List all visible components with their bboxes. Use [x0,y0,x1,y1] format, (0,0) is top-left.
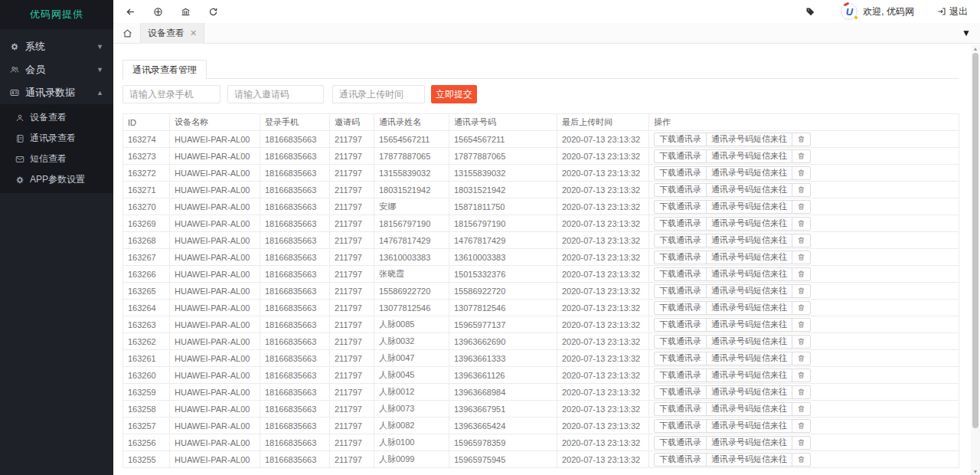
cell-invite-code: 211797 [330,283,374,300]
cell-actions: 下载通讯录 通讯录号码短信来往 [649,367,959,384]
sms-history-button[interactable]: 通讯录号码短信来往 [707,268,792,280]
invite-code-input[interactable] [227,85,324,103]
download-contacts-button[interactable]: 下载通讯录 [655,133,707,146]
trash-icon[interactable] [792,386,810,398]
download-contacts-button[interactable]: 下载通讯录 [655,352,707,365]
trash-icon[interactable] [792,251,810,264]
sms-history-button[interactable]: 通讯录号码短信来往 [707,454,792,466]
trash-icon[interactable] [792,133,810,146]
sidebar-item-members[interactable]: 会员 ▼ [0,58,113,81]
scroll-up-arrow[interactable]: ▲ [971,44,980,52]
table-row: 163259 HUAWEI-PAR-AL00 18166835663 21179… [123,384,959,401]
action-button-group: 下载通讯录 通讯录号码短信来往 [654,385,811,399]
sidebar-item-contact-view[interactable]: 通讯录查看 [0,128,113,149]
table-row: 163260 HUAWEI-PAR-AL00 18166835663 21179… [123,367,959,384]
sms-history-button[interactable]: 通讯录号码短信来往 [707,285,792,297]
scroll-down-arrow[interactable]: ▼ [971,467,980,475]
sms-history-button[interactable]: 通讯录号码短信来往 [707,319,792,331]
sms-history-button[interactable]: 通讯录号码短信来往 [707,437,792,449]
download-contacts-button[interactable]: 下载通讯录 [655,184,707,196]
tab-device-view[interactable]: 设备查看 ✕ [140,23,204,44]
trash-icon[interactable] [792,268,810,280]
sms-history-button[interactable]: 通讯录号码短信来往 [707,302,792,314]
download-contacts-button[interactable]: 下载通讯录 [655,201,707,213]
trash-icon[interactable] [792,420,810,432]
trash-icon[interactable] [792,454,810,466]
scrollbar[interactable]: ▲ ▼ [971,44,980,475]
trash-icon[interactable] [792,336,810,348]
refresh-icon[interactable] [208,7,218,17]
sms-history-button[interactable]: 通讯录号码短信来往 [707,386,792,398]
download-contacts-button[interactable]: 下载通讯录 [655,336,707,348]
sidebar-item-device-view[interactable]: 设备查看 [0,107,113,128]
trash-icon[interactable] [792,285,810,297]
sidebar-item-system[interactable]: 系统 ▼ [0,35,113,58]
sidebar-item-sms-view[interactable]: 短信查看 [0,149,113,169]
download-contacts-button[interactable]: 下载通讯录 [655,150,707,162]
scrollbar-thumb[interactable] [972,53,978,428]
sms-history-button[interactable]: 通讯录号码短信来往 [707,336,792,348]
trash-icon[interactable] [792,201,810,213]
sidebar-item-app-settings[interactable]: APP参数设置 [0,169,113,190]
sms-history-button[interactable]: 通讯录号码短信来往 [707,218,792,230]
trash-icon[interactable] [792,218,810,230]
trash-icon[interactable] [792,403,810,415]
cell-invite-code: 211797 [330,266,374,283]
sms-history-button[interactable]: 通讯录号码短信来往 [707,150,792,162]
cell-contact-name: 人脉0085 [374,316,449,333]
fullscreen-icon[interactable] [153,7,163,17]
sms-history-button[interactable]: 通讯录号码短信来往 [707,234,792,247]
home-building-icon[interactable] [181,7,191,17]
upload-time-input[interactable] [332,85,425,103]
download-contacts-button[interactable]: 下载通讯录 [655,218,707,230]
tag-icon[interactable] [805,7,815,16]
download-contacts-button[interactable]: 下载通讯录 [655,437,707,449]
trash-icon[interactable] [792,302,810,314]
download-contacts-button[interactable]: 下载通讯录 [655,454,707,466]
download-contacts-button[interactable]: 下载通讯录 [655,285,707,297]
download-contacts-button[interactable]: 下载通讯录 [655,302,707,314]
close-icon[interactable]: ✕ [190,28,197,38]
cell-id: 163265 [123,283,170,300]
sms-history-button[interactable]: 通讯录号码短信来往 [707,352,792,365]
col-actions: 操作 [649,114,959,131]
chevron-down-icon[interactable]: ▼ [962,28,971,38]
download-contacts-button[interactable]: 下载通讯录 [655,234,707,247]
sidebar-item-contact-data[interactable]: 通讯录数据 ▲ [0,81,113,104]
avatar[interactable]: U [841,3,858,20]
download-contacts-button[interactable]: 下载通讯录 [655,268,707,280]
back-icon[interactable] [126,7,136,17]
tab-contact-view-management[interactable]: 通讯录查看管理 [122,60,207,80]
table-row: 163266 HUAWEI-PAR-AL00 18166835663 21179… [123,266,959,283]
download-contacts-button[interactable]: 下载通讯录 [655,403,707,415]
sms-history-button[interactable]: 通讯录号码短信来往 [707,420,792,432]
trash-icon[interactable] [792,184,810,196]
trash-icon[interactable] [792,352,810,365]
submit-button[interactable]: 立即提交 [431,85,477,103]
trash-icon[interactable] [792,437,810,449]
trash-icon[interactable] [792,369,810,382]
sms-history-button[interactable]: 通讯录号码短信来往 [707,133,792,146]
download-contacts-button[interactable]: 下载通讯录 [655,319,707,331]
download-contacts-button[interactable]: 下载通讯录 [655,420,707,432]
cell-contact-name: 18031521942 [374,182,449,198]
login-phone-input[interactable] [122,85,220,103]
action-button-group: 下载通讯录 通讯录号码短信来往 [654,133,811,146]
download-contacts-button[interactable]: 下载通讯录 [655,251,707,264]
sms-history-button[interactable]: 通讯录号码短信来往 [707,251,792,264]
sms-history-button[interactable]: 通讯录号码短信来往 [707,184,792,196]
download-contacts-button[interactable]: 下载通讯录 [655,167,707,179]
cell-actions: 下载通讯录 通讯录号码短信来往 [649,418,959,434]
logout-button[interactable]: 退出 [937,5,968,18]
trash-icon[interactable] [792,319,810,331]
sms-history-button[interactable]: 通讯录号码短信来往 [707,403,792,415]
download-contacts-button[interactable]: 下载通讯录 [655,369,707,382]
trash-icon[interactable] [792,167,810,179]
trash-icon[interactable] [792,234,810,247]
sms-history-button[interactable]: 通讯录号码短信来往 [707,167,792,179]
sms-history-button[interactable]: 通讯录号码短信来往 [707,369,792,382]
trash-icon[interactable] [792,150,810,162]
download-contacts-button[interactable]: 下载通讯录 [655,386,707,398]
sms-history-button[interactable]: 通讯录号码短信来往 [707,201,792,213]
home-icon[interactable] [122,28,132,38]
